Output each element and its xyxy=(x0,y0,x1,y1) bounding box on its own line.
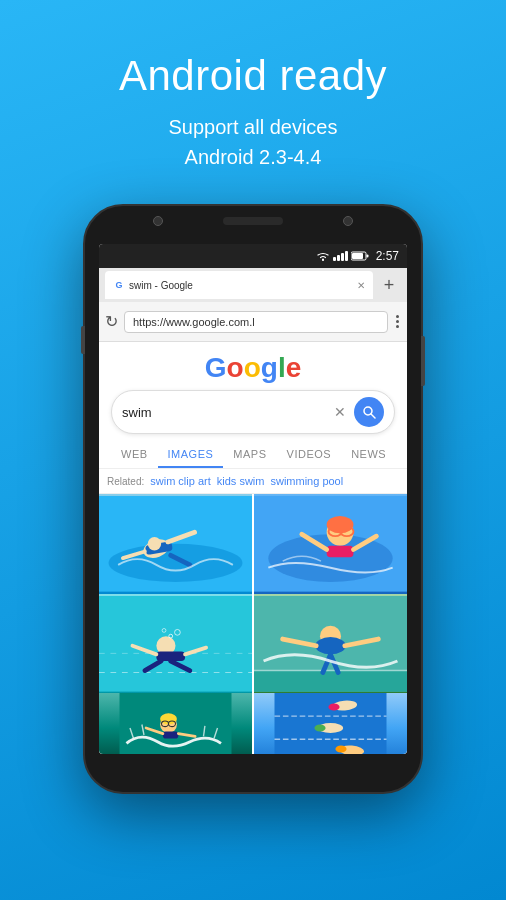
search-clear-button[interactable]: ✕ xyxy=(334,404,346,420)
tab-favicon: G xyxy=(113,279,125,291)
search-box: swim ✕ xyxy=(111,390,395,434)
logo-o2: o xyxy=(244,352,261,383)
search-content: Google swim ✕ WEB IMAGES xyxy=(99,342,407,754)
search-button[interactable] xyxy=(354,397,384,427)
new-tab-button[interactable]: + xyxy=(377,273,401,297)
svg-rect-2 xyxy=(352,253,363,259)
tab-web[interactable]: WEB xyxy=(111,442,158,468)
google-logo: Google xyxy=(99,342,407,390)
image-cell-1[interactable] xyxy=(99,494,252,594)
tab-title: swim - Google xyxy=(129,280,353,291)
svg-point-61 xyxy=(335,746,346,753)
volume-button xyxy=(81,326,85,354)
svg-point-59 xyxy=(314,725,325,732)
hero-subtitle: Support all devices Android 2.3-4.4 xyxy=(119,112,387,172)
related-link-2[interactable]: kids swim xyxy=(217,475,265,487)
image-cell-4[interactable] xyxy=(254,594,407,694)
phone-speaker xyxy=(223,217,283,225)
svg-line-5 xyxy=(371,414,375,418)
image-cell-3[interactable] xyxy=(99,594,252,694)
image-row-3 xyxy=(99,693,407,754)
related-label: Related: xyxy=(107,476,144,487)
svg-rect-3 xyxy=(366,255,368,258)
refresh-button[interactable]: ↻ xyxy=(105,312,118,331)
image-grid xyxy=(99,494,407,754)
related-row: Related: swim clip art kids swim swimmin… xyxy=(99,469,407,494)
svg-point-0 xyxy=(322,259,324,261)
related-link-1[interactable]: swim clip art xyxy=(150,475,211,487)
svg-rect-21 xyxy=(327,546,354,557)
hero-title: Android ready xyxy=(119,52,387,100)
svg-point-7 xyxy=(109,544,243,582)
phone-camera xyxy=(153,216,163,226)
image-cell-5[interactable] xyxy=(99,693,252,754)
tab-close-button[interactable]: ✕ xyxy=(357,280,365,291)
image-cell-2[interactable] xyxy=(254,494,407,594)
image-row-2 xyxy=(99,594,407,694)
power-button xyxy=(421,336,425,386)
svg-rect-37 xyxy=(254,670,407,691)
tab-videos[interactable]: VIDEOS xyxy=(277,442,342,468)
svg-rect-24 xyxy=(99,596,252,692)
browser-tab-bar: G swim - Google ✕ + xyxy=(99,268,407,302)
signal-icon xyxy=(333,251,348,261)
phone-screen: 2:57 G swim - Google ✕ + ↻ https://www.g… xyxy=(99,244,407,754)
phone-device: 2:57 G swim - Google ✕ + ↻ https://www.g… xyxy=(83,204,423,794)
logo-l: l xyxy=(278,352,286,383)
tab-images[interactable]: IMAGES xyxy=(158,442,224,468)
battery-icon xyxy=(351,251,369,261)
address-bar: ↻ https://www.google.com.l xyxy=(99,302,407,342)
svg-point-13 xyxy=(148,537,161,550)
tab-maps[interactable]: MAPS xyxy=(223,442,276,468)
logo-g2: g xyxy=(261,352,278,383)
image-row-1 xyxy=(99,494,407,594)
search-query-text: swim xyxy=(122,405,334,420)
logo-g: G xyxy=(205,352,227,383)
phone-sensor xyxy=(343,216,353,226)
svg-rect-50 xyxy=(163,732,178,739)
svg-point-20 xyxy=(327,516,354,533)
logo-e: e xyxy=(286,352,302,383)
status-time: 2:57 xyxy=(376,249,399,263)
url-input[interactable]: https://www.google.com.l xyxy=(124,311,388,333)
status-icons: 2:57 xyxy=(316,249,399,263)
status-bar: 2:57 xyxy=(99,244,407,268)
wifi-icon xyxy=(316,251,330,261)
related-link-3[interactable]: swimming pool xyxy=(270,475,343,487)
phone-top xyxy=(153,216,353,226)
menu-button[interactable] xyxy=(394,313,401,330)
nav-tabs: WEB IMAGES MAPS VIDEOS NEWS xyxy=(99,442,407,469)
search-icon xyxy=(362,405,376,419)
phone-shell: 2:57 G swim - Google ✕ + ↻ https://www.g… xyxy=(83,204,423,794)
image-cell-6[interactable] xyxy=(254,693,407,754)
tab-news[interactable]: NEWS xyxy=(341,442,396,468)
browser-tab[interactable]: G swim - Google ✕ xyxy=(105,271,373,299)
svg-point-40 xyxy=(315,637,346,654)
logo-o1: o xyxy=(227,352,244,383)
svg-point-57 xyxy=(328,704,339,711)
